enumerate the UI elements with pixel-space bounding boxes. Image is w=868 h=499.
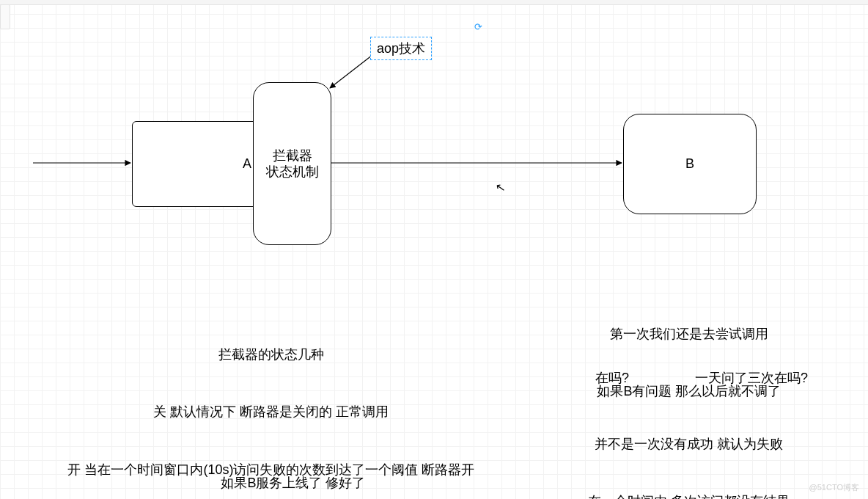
- text-line: 拦截器的状态几种: [22, 345, 521, 364]
- text-line: 在吗?: [595, 371, 629, 385]
- node-b[interactable]: B: [623, 114, 757, 214]
- rotate-handle-icon[interactable]: ⟳: [474, 21, 485, 32]
- text-line: 并不是一次没有成功 就认为失败: [557, 434, 821, 454]
- ruler-top: [0, 0, 868, 5]
- text-line: 关 默认情况下 断路器是关闭的 正常调用: [22, 402, 521, 421]
- node-interceptor[interactable]: 拦截器 状态机制: [253, 82, 331, 245]
- aop-label-text: aop技术: [377, 41, 425, 56]
- node-b-label: B: [685, 156, 694, 172]
- text-line: 一天问了三次在吗?: [695, 371, 808, 385]
- text-line: 在一个时间内 多次访问都没有结果: [557, 492, 821, 499]
- node-interceptor-label: 拦截器 状态机制: [266, 147, 319, 181]
- ruler-side-handle: [0, 4, 10, 29]
- text-line: 第一次我们还是去尝试调用: [557, 324, 821, 343]
- text-failure-definition: 并不是一次没有成功 就认为失败 在一个时间内 多次访问都没有结果 才会认为他是坏…: [557, 396, 821, 499]
- text-b-repaired: 如果B服务上线了 修好了 那么我也需要正常访问他: [198, 435, 389, 499]
- text-line: 如果B服务上线了 修好了: [198, 473, 389, 492]
- watermark: @51CTO博客: [809, 482, 859, 493]
- diagram-canvas[interactable]: aop技术 ⟳ A 拦截器 状态机制 B ↖ 拦截器的状态几种 关 默认情况下 …: [0, 0, 868, 499]
- aop-label[interactable]: aop技术: [370, 37, 432, 60]
